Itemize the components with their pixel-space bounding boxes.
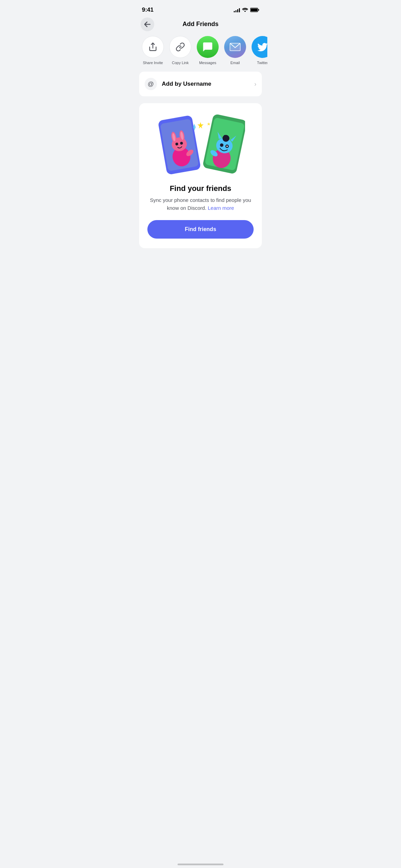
add-username-label: Add by Username — [162, 81, 254, 87]
copy-link-label: Copy Link — [172, 61, 189, 65]
friends-illustration — [156, 103, 245, 179]
twitter-icon-circle — [252, 36, 267, 58]
email-label: Email — [230, 61, 240, 65]
at-icon: @ — [145, 78, 157, 90]
find-friends-description: Sync your phone contacts to find people … — [147, 196, 254, 212]
status-bar: 9:41 — [134, 0, 267, 17]
messages-icon-circle — [197, 36, 219, 58]
svg-rect-2 — [251, 9, 257, 12]
battery-icon — [250, 8, 259, 12]
find-friends-button[interactable]: Find friends — [147, 220, 254, 239]
status-icons — [234, 8, 259, 12]
twitter-label: Twitter — [257, 61, 267, 65]
signal-icon — [234, 8, 240, 12]
svg-rect-1 — [258, 9, 259, 11]
copy-link-icon-circle — [169, 36, 191, 58]
copy-link-item[interactable]: Copy Link — [167, 36, 194, 65]
status-time: 9:41 — [142, 7, 154, 13]
share-invite-item[interactable]: Share Invite — [139, 36, 167, 65]
share-invite-label: Share Invite — [143, 61, 163, 65]
twitter-item[interactable]: Twitter — [249, 36, 267, 65]
learn-more-link[interactable]: Learn more — [208, 205, 234, 211]
add-username-row[interactable]: @ Add by Username › — [139, 72, 262, 96]
messages-label: Messages — [199, 61, 216, 65]
share-row: Share Invite Copy Link Messages — [134, 33, 267, 72]
chevron-right-icon: › — [254, 81, 256, 88]
email-item[interactable]: Email — [221, 36, 249, 65]
back-button[interactable] — [141, 17, 154, 31]
find-friends-title: Find your friends — [170, 184, 231, 193]
email-icon-circle — [224, 36, 246, 58]
page-title: Add Friends — [182, 21, 218, 28]
header: Add Friends — [134, 17, 267, 33]
messages-item[interactable]: Messages — [194, 36, 221, 65]
find-friends-card: Find your friends Sync your phone contac… — [139, 103, 262, 248]
share-invite-icon-circle — [142, 36, 164, 58]
wifi-icon — [242, 8, 248, 12]
